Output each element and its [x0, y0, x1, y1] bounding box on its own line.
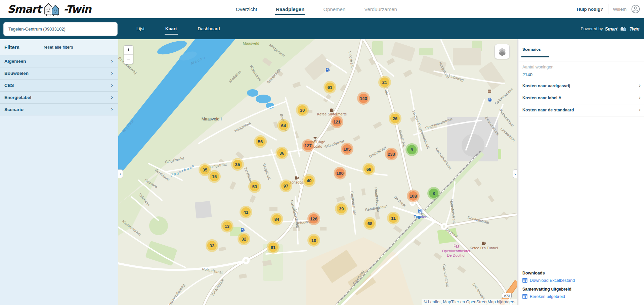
powered-by: Powered by Smart Twin	[581, 18, 639, 39]
map-cluster-36[interactable]: 36	[277, 148, 287, 158]
area-search-input[interactable]	[3, 22, 118, 36]
powered-by-brand1: Smart	[605, 26, 617, 32]
user-avatar-icon[interactable]	[631, 5, 640, 13]
map-cluster-32[interactable]: 32	[239, 234, 249, 244]
motorway-badge: A73	[502, 293, 512, 298]
chevron-right-icon: ›	[111, 58, 113, 64]
map-cluster-30[interactable]: 30	[298, 105, 307, 115]
map-cluster-84[interactable]: 84	[272, 214, 282, 224]
map-cluster-64[interactable]: 64	[279, 121, 288, 130]
filter-group-label: CBS	[4, 83, 14, 88]
tab-scenarios[interactable]: Scenarios	[522, 47, 541, 51]
top-header: Smart -Twin OverzichtRaadplegenOpnemenVe…	[0, 0, 644, 18]
collapse-left-panel-button[interactable]: ‹	[118, 169, 123, 178]
nav-item-overzicht[interactable]: Overzicht	[235, 5, 258, 13]
panel-divider	[519, 61, 644, 61]
map-basemap	[118, 39, 517, 305]
downloads-title: Downloads	[522, 271, 545, 275]
filter-group-scenario[interactable]: Scenario›	[0, 103, 118, 115]
map-cluster-233[interactable]: 233	[387, 149, 396, 159]
calculate-extended-label: Bereken uitgebreid	[530, 294, 565, 299]
filters-title: Filters	[4, 44, 19, 50]
dwelling-count-value: 2140	[522, 72, 532, 77]
filter-group-energielabel[interactable]: Energielabel›	[0, 91, 118, 103]
logo-text-twin: -Twin	[63, 3, 91, 15]
map-cluster-61[interactable]: 61	[325, 83, 335, 92]
summary-title: Samenvatting uitgebreid	[522, 287, 571, 292]
scenario-row-0[interactable]: Kosten naar aardgasvrij›	[519, 80, 644, 92]
smart-twin-app: Smart -Twin OverzichtRaadplegenOpnemenVe…	[0, 0, 644, 305]
spreadsheet-icon	[522, 294, 527, 299]
filter-group-algemeen[interactable]: Algemeen›	[0, 55, 118, 67]
map-cluster-33[interactable]: 33	[207, 241, 217, 250]
powered-by-brand2: Twin	[630, 26, 639, 32]
header-divider	[608, 4, 608, 14]
map-cluster-56[interactable]: 56	[256, 137, 265, 146]
nav-item-verduurzamen: Verduurzamen	[363, 5, 398, 13]
map-cluster-21[interactable]: 21	[380, 78, 389, 87]
chevron-right-icon: ›	[111, 82, 113, 89]
download-excel-label: Download Excelbestand	[530, 278, 575, 283]
filters-sidebar: Filters reset alle filters Algemeen›Bouw…	[0, 39, 118, 305]
map-zoom-control: + −	[124, 45, 133, 64]
filter-group-cbs[interactable]: CBS›	[0, 79, 118, 91]
layers-control-button[interactable]	[495, 44, 510, 59]
map-cluster-40[interactable]: 40	[304, 176, 314, 185]
zoom-in-button[interactable]: +	[124, 46, 133, 55]
map-cluster-10[interactable]: 10	[309, 236, 318, 245]
app-logo[interactable]: Smart -Twin	[7, 1, 91, 17]
calculate-extended-link[interactable]: Bereken uitgebreid	[522, 294, 565, 299]
tab-lijst[interactable]: Lijst	[136, 25, 145, 33]
map-cluster-100[interactable]: 100	[335, 168, 345, 178]
filter-groups: Algemeen›Bouwdelen›CBS›Energielabel›Scen…	[0, 55, 118, 115]
map-cluster-9[interactable]: 9	[407, 145, 417, 154]
reset-filters-link[interactable]: reset alle filters	[44, 45, 73, 50]
map-cluster-68[interactable]: 68	[364, 164, 374, 174]
map-cluster-26[interactable]: 26	[390, 114, 400, 123]
user-name: Willem	[613, 7, 627, 12]
chevron-right-icon: ›	[639, 83, 641, 89]
map-cluster-13[interactable]: 13	[222, 221, 232, 231]
tab-scenarios-underline	[521, 56, 549, 57]
map-cluster-8[interactable]: 8	[429, 189, 438, 198]
layers-icon	[498, 47, 507, 56]
chevron-right-icon: ›	[639, 107, 641, 113]
map-cluster-35[interactable]: 35	[200, 165, 210, 174]
scenario-row-label: Kosten naar aardgasvrij	[522, 84, 570, 88]
map-cluster-97[interactable]: 97	[281, 181, 291, 191]
map-cluster-108[interactable]: 108	[409, 191, 418, 201]
zoom-out-button[interactable]: −	[124, 55, 133, 64]
map-cluster-143[interactable]: 143	[359, 94, 368, 103]
map-cluster-41[interactable]: 41	[241, 207, 251, 217]
powered-by-houses-icon	[620, 26, 627, 32]
chevron-right-icon: ›	[111, 106, 113, 112]
map-canvas[interactable]: MeuseMeuseEngerbeekMaasveldMaasveld IMor…	[118, 39, 517, 305]
map-cluster-35[interactable]: 35	[233, 160, 242, 169]
sub-header-bar: LijstKaartDashboard Powered by Smart Twi…	[0, 18, 644, 39]
tab-dashboard[interactable]: Dashboard	[197, 25, 221, 33]
map-attribution: © Leaflet, MapTiler en OpenStreetMap bij…	[422, 299, 517, 305]
panel-divider	[519, 116, 644, 116]
help-link[interactable]: Hulp nodig?	[577, 7, 603, 12]
nav-item-opnemen: Opnemen	[323, 5, 346, 13]
tab-kaart[interactable]: Kaart	[165, 25, 178, 33]
map-cluster-53[interactable]: 53	[250, 182, 259, 191]
scenario-row-2[interactable]: Kosten naar de standaard›	[519, 104, 644, 116]
scenarios-panel: Scenarios Aantal woningen 2140 Kosten na…	[519, 39, 644, 305]
collapse-right-panel-button[interactable]: ›	[513, 169, 517, 178]
scenario-row-label: Kosten naar label A	[522, 96, 561, 100]
map-cluster-15[interactable]: 15	[210, 172, 219, 181]
filter-group-bouwdelen[interactable]: Bouwdelen›	[0, 67, 118, 79]
map-cluster-91[interactable]: 91	[268, 243, 278, 252]
map-cluster-127[interactable]: 127	[303, 141, 313, 150]
filter-group-label: Energielabel	[4, 95, 31, 100]
map-cluster-11[interactable]: 11	[389, 213, 398, 223]
map-cluster-105[interactable]: 105	[342, 144, 352, 154]
download-excel-link[interactable]: Download Excelbestand	[522, 278, 575, 283]
scenario-row-1[interactable]: Kosten naar label A›	[519, 92, 644, 104]
nav-item-raadplegen[interactable]: Raadplegen	[275, 5, 305, 13]
map-cluster-121[interactable]: 121	[332, 117, 342, 126]
map-cluster-39[interactable]: 39	[337, 204, 346, 213]
map-cluster-126[interactable]: 126	[309, 214, 318, 223]
map-cluster-68[interactable]: 68	[365, 219, 375, 228]
